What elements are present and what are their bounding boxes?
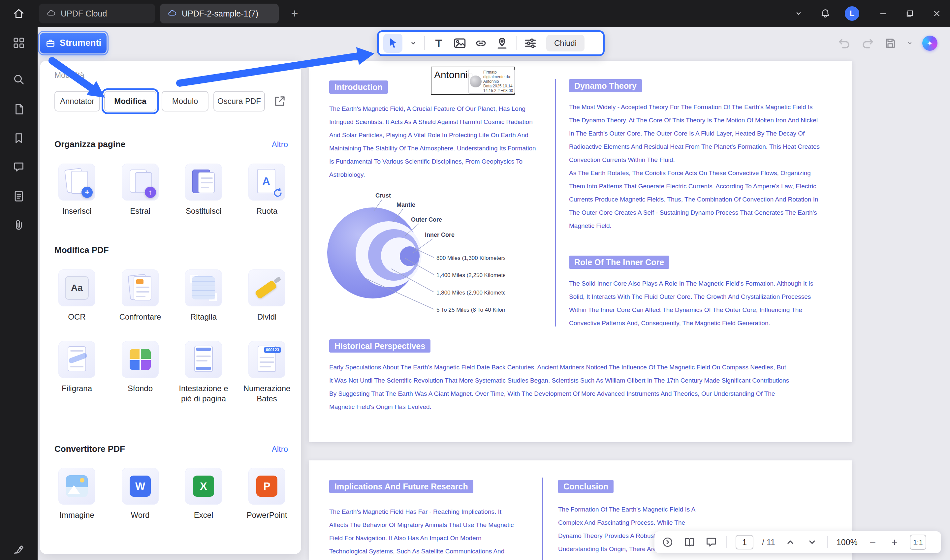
tool-ocr[interactable]: Aa OCR (46, 269, 107, 322)
circle-arrow-right-icon (662, 536, 674, 548)
tab-document[interactable]: UPDF-2-sample-1(7) (160, 4, 279, 23)
doc-heading-conclusion[interactable]: Conclusion (558, 480, 614, 493)
signature-pen-button[interactable] (12, 542, 26, 556)
mode-modifica-button[interactable]: Modifica (104, 91, 156, 111)
home-icon (12, 7, 25, 20)
mode-annotator-button[interactable]: Annotator (54, 91, 100, 111)
tool-intestazione[interactable]: Intestazione e piè di pagina (173, 341, 234, 404)
notifications-button[interactable] (818, 6, 833, 21)
undo-icon[interactable] (837, 36, 852, 51)
tool-powerpoint[interactable]: P PowerPoint (237, 468, 297, 520)
tool-excel[interactable]: X Excel (173, 468, 234, 520)
tool-sostituisci[interactable]: Sostituisci (173, 163, 234, 216)
image-icon (453, 36, 467, 51)
doc-paragraph-dynamo-2[interactable]: As The Earth Rotates, The Coriolis Force… (569, 166, 823, 232)
mode-modulo-button[interactable]: Modulo (162, 91, 208, 111)
mode-section-label: Modalità (54, 71, 85, 80)
sliders-icon (523, 36, 538, 51)
user-avatar[interactable]: L (845, 6, 859, 21)
select-tool-button[interactable] (383, 34, 402, 53)
zoom-out-button[interactable]: − (866, 535, 879, 549)
doc-paragraph-inner-core[interactable]: The Solid Inner Core Also Plays A Role I… (569, 277, 823, 330)
minimize-icon (878, 9, 888, 18)
diagram-measure-3: 1,800 Miles (2,900 Kilometers) (436, 289, 505, 296)
organize-more-link[interactable]: Altro (272, 140, 288, 149)
thumbnails-button[interactable] (12, 102, 26, 117)
chevron-down-icon[interactable] (906, 39, 914, 47)
toolbar-divider (516, 36, 517, 50)
diagram-measure-1: 800 Miles (1,300 Kilometers) (436, 255, 505, 261)
comment-mode-button[interactable] (705, 535, 718, 549)
tool-label: Ritaglia (190, 312, 217, 322)
signature-field[interactable]: Antonnio Firmato digitalmente da: Antonn… (431, 67, 514, 95)
convert-more-link[interactable]: Altro (272, 445, 288, 454)
tool-estrai[interactable]: ↑ Estrai (110, 163, 171, 216)
link-icon (474, 36, 488, 51)
chevron-down-icon[interactable] (409, 39, 417, 48)
minimize-button[interactable] (876, 6, 890, 21)
home-button[interactable] (12, 6, 26, 21)
zoom-in-button[interactable]: + (888, 535, 901, 549)
doc-paragraph-implications[interactable]: The Earth's Magnetic Field Has Far - Rea… (329, 505, 514, 558)
doc-heading-implications[interactable]: Implications And Future Research (329, 480, 473, 493)
reading-mode-button[interactable] (683, 535, 696, 549)
page-icon (12, 103, 25, 116)
ai-assistant-button[interactable] (922, 35, 938, 51)
doc-heading-dynamo[interactable]: Dynamo Theory (569, 79, 642, 92)
text-tool-button[interactable]: T (431, 36, 446, 51)
image-tool-button[interactable] (453, 36, 467, 51)
properties-tool-button[interactable] (523, 36, 538, 51)
close-button[interactable] (930, 6, 944, 21)
comments-button[interactable] (12, 159, 26, 174)
tool-dividi[interactable]: Dividi (237, 269, 297, 322)
actual-size-button[interactable]: 1:1 (910, 535, 926, 550)
tool-word[interactable]: W Word (110, 468, 171, 520)
previous-page-button[interactable] (784, 535, 797, 549)
bookmarks-button[interactable] (12, 131, 26, 145)
expand-panel-button[interactable] (661, 535, 674, 549)
doc-heading-introduction[interactable]: Introduction (329, 80, 388, 94)
tool-immagine[interactable]: Immagine (46, 468, 107, 520)
page-total: / 11 (762, 538, 775, 547)
edit-toolbar: T Chiudi (377, 30, 605, 56)
open-external-button[interactable] (273, 94, 286, 108)
tool-filigrana[interactable]: Filigrana (46, 341, 107, 394)
summary-button[interactable] (12, 189, 26, 203)
tool-ritaglia[interactable]: Ritaglia (173, 269, 234, 322)
link-tool-button[interactable] (474, 36, 488, 51)
page-number-input[interactable]: 1 (736, 535, 753, 549)
avatar-initial: L (850, 9, 855, 18)
tool-ruota[interactable]: A Ruota (237, 163, 297, 216)
attachments-button[interactable] (12, 218, 26, 232)
stamp-tool-button[interactable] (495, 36, 509, 51)
zoom-level[interactable]: 100% (836, 538, 858, 547)
tool-sfondo[interactable]: Sfondo (110, 341, 171, 394)
next-page-button[interactable] (805, 535, 819, 549)
earth-cross-section-diagram[interactable]: Crust Mantle Outer Core Inner Core 800 M… (326, 190, 505, 318)
tab-updf-cloud[interactable]: UPDF Cloud (39, 4, 155, 23)
diagram-measure-2: 1,400 Miles (2,250 Kilometers) (436, 272, 505, 278)
paperclip-icon (12, 218, 25, 232)
redo-icon[interactable] (860, 36, 875, 51)
restore-button[interactable] (902, 6, 917, 21)
save-icon[interactable] (883, 36, 897, 50)
doc-paragraph-intro[interactable]: The Earth's Magnetic Field, A Crucial Fe… (329, 102, 539, 182)
doc-paragraph-historical[interactable]: Early Speculations About The Earth's Mag… (329, 361, 789, 414)
watermark-icon (59, 341, 95, 378)
doc-paragraph-dynamo-1[interactable]: The Most Widely - Accepted Theory For Th… (569, 101, 823, 166)
apps-grid-button[interactable] (12, 35, 26, 50)
titlebar-dropdown-button[interactable] (791, 6, 806, 21)
tool-confrontare[interactable]: Confrontare (110, 269, 171, 322)
chiudi-button[interactable]: Chiudi (546, 35, 585, 51)
doc-heading-inner-core[interactable]: Role Of The Inner Core (569, 255, 669, 269)
extract-pages-icon: ↑ (122, 163, 159, 200)
strumenti-button[interactable]: Strumenti (40, 33, 106, 54)
search-button[interactable] (12, 72, 26, 87)
tool-bates[interactable]: 000123 Numerazione Bates (237, 341, 297, 404)
tool-inserisci[interactable]: + Inserisci (46, 163, 107, 216)
mode-oscura-pdf-button[interactable]: Oscura PDF (213, 91, 265, 111)
stamp-pin-icon (495, 36, 509, 51)
new-tab-button[interactable]: + (287, 6, 302, 21)
doc-heading-historical[interactable]: Historical Perspectives (329, 339, 431, 352)
column-divider-1 (555, 79, 556, 326)
